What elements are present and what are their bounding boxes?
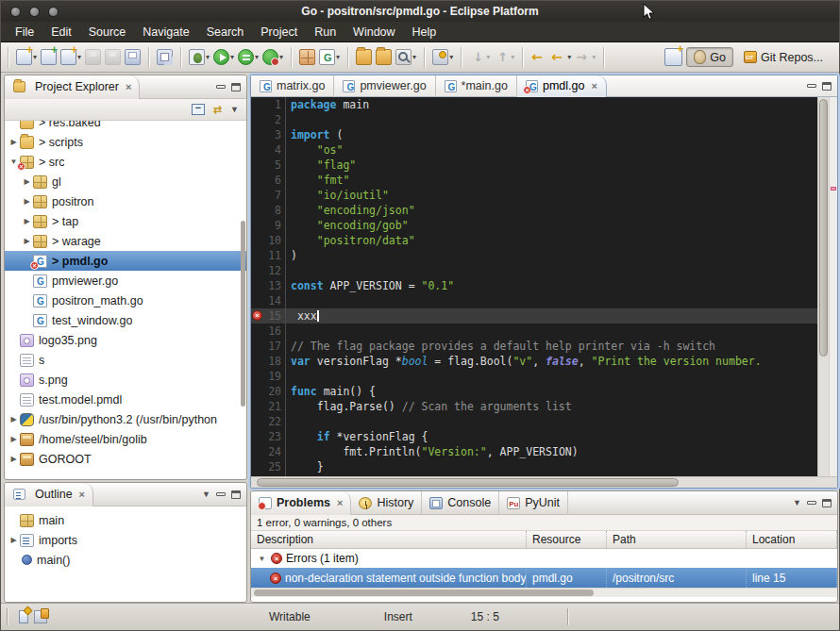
- explorer-item[interactable]: positron_math.go: [5, 291, 246, 310]
- annotation-ruler[interactable]: [251, 444, 264, 459]
- view-menu-icon[interactable]: ▼: [202, 490, 210, 499]
- minimize-view-button[interactable]: [807, 501, 816, 505]
- dropdown-arrow-icon[interactable]: ▾: [412, 53, 416, 61]
- explorer-item[interactable]: s.png: [5, 370, 246, 390]
- explorer-item[interactable]: pmviewer.go: [5, 271, 246, 291]
- new-gofile-button[interactable]: [39, 47, 59, 67]
- dropdown-arrow-icon[interactable]: ▾: [449, 53, 453, 61]
- external-tools-button[interactable]: ▾: [430, 47, 455, 67]
- tab-problems[interactable]: Problems×: [251, 491, 351, 515]
- close-icon[interactable]: ×: [591, 80, 596, 91]
- tab-console[interactable]: Console: [422, 491, 499, 515]
- menu-edit[interactable]: Edit: [42, 24, 80, 41]
- code-line[interactable]: 5 "flag": [251, 158, 817, 173]
- code-line[interactable]: 13const APP_VERSION = "0.1": [251, 278, 817, 293]
- annotation-ruler[interactable]: [251, 173, 264, 188]
- menu-file[interactable]: File: [7, 24, 42, 41]
- editor-mode-icon[interactable]: [34, 610, 47, 623]
- tree-expand-icon[interactable]: ▶: [8, 415, 19, 423]
- annotation-ruler[interactable]: [251, 203, 264, 218]
- editor-tab-pmdl.go[interactable]: ×pmdl.go×: [517, 75, 607, 97]
- maximize-editor-button[interactable]: [822, 82, 832, 91]
- tree-expand-icon[interactable]: ▶: [8, 138, 19, 146]
- code-line[interactable]: 6 "fmt": [251, 173, 817, 188]
- explorer-item[interactable]: > res.baked: [5, 121, 246, 132]
- menu-help[interactable]: Help: [404, 24, 445, 41]
- annotation-ruler[interactable]: [251, 233, 264, 248]
- scrollbar-thumb[interactable]: [257, 478, 679, 487]
- outline-item[interactable]: main: [5, 510, 246, 530]
- column-header-path[interactable]: Path: [607, 531, 747, 548]
- debug-button[interactable]: ▾: [187, 47, 211, 67]
- annotation-ruler[interactable]: [251, 142, 264, 158]
- new-module-button[interactable]: [297, 47, 317, 67]
- menu-run[interactable]: Run: [306, 24, 344, 41]
- annotation-ruler[interactable]: [251, 112, 264, 127]
- problems-horizontal-scrollbar[interactable]: [251, 588, 837, 597]
- error-marker-icon[interactable]: ×: [252, 310, 262, 321]
- menu-navigate[interactable]: Navigate: [134, 24, 197, 41]
- tree-expand-icon[interactable]: ▶: [22, 197, 32, 206]
- code-line[interactable]: 8 "encoding/json": [251, 203, 817, 218]
- explorer-item[interactable]: test_window.go: [5, 310, 246, 330]
- run-history-button[interactable]: ▾: [236, 47, 260, 67]
- close-icon[interactable]: ×: [126, 81, 131, 92]
- annotation-ruler[interactable]: [251, 414, 264, 429]
- code-line[interactable]: 10 "positron/data": [251, 233, 817, 248]
- explorer-item[interactable]: ▶> warage: [5, 231, 246, 251]
- tree-expand-icon[interactable]: ▶: [22, 217, 32, 225]
- annotation-ruler[interactable]: [251, 354, 264, 369]
- annotation-ruler[interactable]: [251, 384, 264, 399]
- overview-error-marker[interactable]: [831, 187, 836, 191]
- code-line[interactable]: 1package main: [251, 97, 817, 112]
- close-icon[interactable]: ×: [79, 489, 85, 500]
- code-line[interactable]: 12: [251, 263, 817, 278]
- code-editor[interactable]: 1package main23import (4 "os"5 "flag"6 "…: [251, 97, 837, 476]
- code-line[interactable]: 23 if *versionFlag {: [251, 429, 817, 444]
- outline-item[interactable]: ▶imports: [5, 530, 246, 550]
- code-line[interactable]: 2: [251, 112, 817, 127]
- code-line[interactable]: 24 fmt.Println("Version:", APP_VERSION): [251, 444, 817, 459]
- tab-pyunit[interactable]: PyUnit: [499, 491, 568, 515]
- menu-search[interactable]: Search: [198, 24, 253, 41]
- column-header-location[interactable]: Location: [747, 531, 837, 548]
- perspective-git-button[interactable]: Git Repos...: [737, 49, 830, 66]
- annotation-ruler[interactable]: [251, 324, 264, 339]
- problems-error-row[interactable]: ×non-declaration statement outside funct…: [251, 568, 837, 588]
- dropdown-arrow-icon[interactable]: ▾: [230, 53, 234, 61]
- annotation-ruler[interactable]: [251, 339, 264, 354]
- tab-project-explorer[interactable]: Project Explorer ×: [5, 75, 140, 99]
- annotation-ruler[interactable]: [251, 278, 264, 293]
- open-resource-button[interactable]: [354, 47, 374, 67]
- maximize-view-button[interactable]: [231, 83, 241, 91]
- annotation-ruler[interactable]: [251, 399, 264, 414]
- dropdown-arrow-icon[interactable]: ▾: [336, 53, 340, 61]
- explorer-item[interactable]: logo35.png: [5, 330, 246, 350]
- tree-expand-icon[interactable]: ▶: [8, 455, 19, 463]
- annotation-ruler[interactable]: [251, 97, 264, 112]
- dropdown-arrow-icon[interactable]: ▾: [77, 53, 81, 61]
- go-tool-button[interactable]: ▾: [317, 47, 342, 67]
- dropdown-arrow-icon[interactable]: ▾: [279, 53, 283, 61]
- code-line[interactable]: 9 "encoding/gob": [251, 218, 817, 233]
- annotation-ruler[interactable]: [251, 293, 264, 308]
- column-header-description[interactable]: Description: [251, 531, 527, 548]
- annotation-ruler[interactable]: [251, 218, 264, 233]
- profile-button[interactable]: ▾: [260, 47, 285, 67]
- code-line[interactable]: 17// The flag package provides a default…: [251, 339, 817, 354]
- code-text-area[interactable]: 1package main23import (4 "os"5 "flag"6 "…: [251, 97, 817, 476]
- menu-window[interactable]: Window: [344, 24, 403, 41]
- print-button[interactable]: [123, 47, 143, 67]
- view-menu-icon[interactable]: ▼: [793, 498, 801, 507]
- code-line[interactable]: 7 "io/ioutil": [251, 188, 817, 203]
- annotation-ruler[interactable]: [251, 263, 264, 278]
- open-perspective-icon[interactable]: [664, 48, 682, 66]
- explorer-item[interactable]: ×> pmdl.go: [5, 251, 246, 271]
- explorer-item[interactable]: ▶> tap: [5, 211, 246, 231]
- view-menu-icon[interactable]: ▼: [230, 105, 239, 114]
- minimize-view-button[interactable]: [216, 85, 226, 89]
- maximize-view-button[interactable]: [822, 499, 832, 507]
- collapse-all-icon[interactable]: [192, 104, 205, 115]
- outline-item[interactable]: main(): [5, 550, 246, 570]
- editor-tab-matrix.go[interactable]: matrix.go: [251, 75, 334, 97]
